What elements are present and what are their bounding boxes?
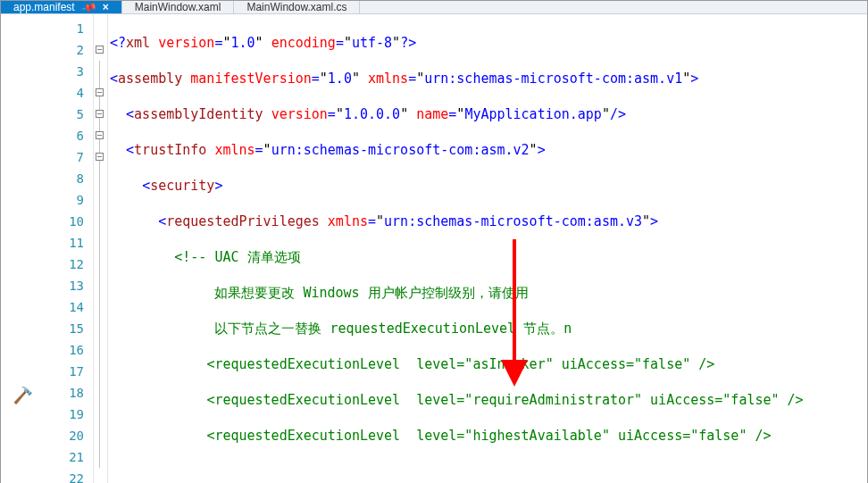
left-margin: 🔨 bbox=[1, 14, 46, 483]
t: version bbox=[271, 106, 328, 122]
t: <requestedExecutionLevel level="asInvoke… bbox=[206, 356, 714, 372]
line-number-gutter: 1 2 3 4 5 6 7 8 9 10 11 12 13 14 15 16 1… bbox=[46, 14, 94, 483]
line-number: 13 bbox=[46, 275, 93, 296]
line-number: 20 bbox=[46, 425, 93, 446]
fold-toggle-icon[interactable] bbox=[96, 88, 104, 96]
fold-toggle-icon[interactable] bbox=[96, 110, 104, 118]
line-number: 14 bbox=[46, 296, 93, 318]
fold-toggle-icon[interactable] bbox=[96, 46, 104, 54]
t: trustInfo bbox=[134, 142, 206, 158]
line-number: 10 bbox=[46, 211, 93, 232]
line-number: 19 bbox=[46, 404, 93, 425]
line-number: 1 bbox=[46, 18, 93, 39]
t: <requestedExecutionLevel level="highestA… bbox=[206, 428, 771, 444]
tab-label: app.manifest bbox=[13, 1, 75, 13]
outlining-column bbox=[94, 14, 108, 483]
line-number: 6 bbox=[46, 125, 93, 146]
t: <requestedExecutionLevel level="requireA… bbox=[206, 392, 803, 408]
line-number: 9 bbox=[46, 189, 93, 211]
t: urn:schemas-microsoft-com:asm.v2 bbox=[271, 142, 530, 158]
editor-area: 🔨 1 2 3 4 5 6 7 8 9 10 11 12 13 14 15 16… bbox=[1, 14, 867, 483]
t: manifestVersion bbox=[190, 71, 311, 87]
line-number: 11 bbox=[46, 232, 93, 254]
line-number: 18 bbox=[46, 382, 93, 404]
t: encoding bbox=[271, 35, 336, 51]
line-number: 21 bbox=[46, 446, 93, 468]
t: security bbox=[150, 178, 214, 194]
t: 1.0 bbox=[230, 35, 255, 51]
t: version bbox=[158, 35, 214, 51]
t: MyApplication.app bbox=[464, 106, 602, 122]
line-number: 17 bbox=[46, 361, 93, 382]
tab-app-manifest[interactable]: app.manifest 📌 × bbox=[1, 1, 122, 13]
t: assembly bbox=[118, 71, 182, 87]
tab-bar: app.manifest 📌 × MainWindow.xaml MainWin… bbox=[1, 1, 867, 14]
t: urn:schemas-microsoft-com:asm.v1 bbox=[424, 71, 682, 87]
line-number: 5 bbox=[46, 104, 93, 125]
line-number: 12 bbox=[46, 254, 93, 275]
fold-toggle-icon[interactable] bbox=[96, 153, 104, 161]
tab-mainwindow-xaml[interactable]: MainWindow.xaml bbox=[122, 1, 235, 13]
t: UAC 清单选项 bbox=[206, 249, 300, 265]
t: assemblyIdentity bbox=[134, 106, 263, 122]
t: name bbox=[416, 106, 448, 122]
t: <? bbox=[110, 35, 126, 51]
t: 如果想要更改 Windows 用户帐户控制级别，请使用 bbox=[214, 285, 528, 301]
t: 1.0.0.0 bbox=[344, 106, 400, 122]
t: ?> bbox=[400, 35, 416, 51]
t: xmlns bbox=[328, 213, 368, 229]
t: <!-- bbox=[174, 249, 206, 265]
line-number: 4 bbox=[46, 82, 93, 104]
line-number: 7 bbox=[46, 146, 93, 168]
t: 以下节点之一替换 requestedExecutionLevel 节点。n bbox=[214, 321, 572, 337]
t: xmlns bbox=[368, 71, 408, 87]
line-number: 8 bbox=[46, 168, 93, 189]
t: xml bbox=[126, 35, 150, 51]
t: utf-8 bbox=[352, 35, 392, 51]
code-editor[interactable]: <?xml version="1.0" encoding="utf-8"?> <… bbox=[108, 14, 867, 483]
line-number: 16 bbox=[46, 339, 93, 361]
t: 1.0 bbox=[328, 71, 352, 87]
tab-label: MainWindow.xaml.cs bbox=[246, 1, 346, 13]
editor-window: app.manifest 📌 × MainWindow.xaml MainWin… bbox=[0, 0, 868, 483]
t: requestedPrivileges bbox=[166, 213, 320, 229]
quick-action-icon[interactable]: 🔨 bbox=[13, 386, 33, 404]
t: xmlns bbox=[214, 142, 255, 158]
line-number: 3 bbox=[46, 61, 93, 82]
line-number: 2 bbox=[46, 39, 93, 61]
tab-mainwindow-xaml-cs[interactable]: MainWindow.xaml.cs bbox=[234, 1, 360, 13]
fold-toggle-icon[interactable] bbox=[96, 131, 104, 139]
tab-label: MainWindow.xaml bbox=[135, 1, 221, 13]
close-icon[interactable]: × bbox=[103, 1, 109, 13]
line-number: 15 bbox=[46, 318, 93, 339]
t: urn:schemas-microsoft-com:asm.v3 bbox=[384, 213, 642, 229]
line-number: 22 bbox=[46, 468, 93, 483]
